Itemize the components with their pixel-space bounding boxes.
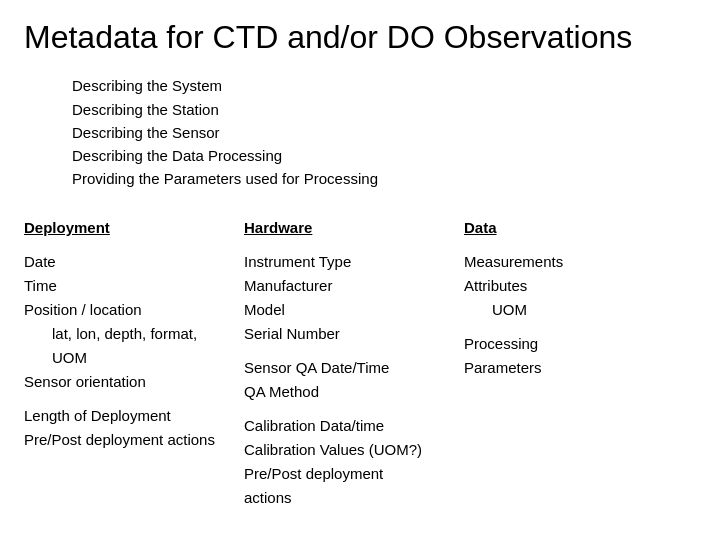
list-item: Measurements: [464, 250, 644, 274]
list-item: Date: [24, 250, 224, 274]
list-item: Sensor orientation: [24, 370, 224, 394]
list-item: QA Method: [244, 380, 444, 404]
deployment-column: Deployment Date Time Position / location…: [24, 219, 244, 452]
data-column: Data Measurements Attributes UOM Process…: [464, 219, 664, 380]
data-items: Measurements Attributes UOM Processing P…: [464, 250, 644, 380]
intro-item: Describing the Sensor: [72, 121, 696, 144]
spacer: [244, 346, 444, 356]
deployment-items: Date Time Position / location lat, lon, …: [24, 250, 224, 452]
list-item: Calibration Data/time: [244, 414, 444, 438]
list-item: Processing: [464, 332, 644, 356]
list-item: Attributes: [464, 274, 644, 298]
list-item: Pre/Post deployment: [244, 462, 444, 486]
list-item: Time: [24, 274, 224, 298]
list-item: Manufacturer: [244, 274, 444, 298]
deployment-header: Deployment: [24, 219, 224, 236]
list-item: UOM: [464, 298, 644, 322]
page-title: Metadata for CTD and/or DO Observations: [24, 18, 696, 56]
list-item: Instrument Type: [244, 250, 444, 274]
intro-item: Providing the Parameters used for Proces…: [72, 167, 696, 190]
spacer: [244, 404, 444, 414]
spacer: [24, 394, 224, 404]
list-item: Calibration Values (UOM?): [244, 438, 444, 462]
data-header: Data: [464, 219, 644, 236]
intro-item: Describing the System: [72, 74, 696, 97]
list-item: Pre/Post deployment actions: [24, 428, 224, 452]
intro-item: Describing the Station: [72, 98, 696, 121]
list-item: Sensor QA Date/Time: [244, 356, 444, 380]
list-item: Length of Deployment: [24, 404, 224, 428]
intro-item: Describing the Data Processing: [72, 144, 696, 167]
list-item: Serial Number: [244, 322, 444, 346]
list-item: actions: [244, 486, 444, 510]
list-item: lat, lon, depth, format, UOM: [24, 322, 224, 370]
intro-list: Describing the System Describing the Sta…: [24, 74, 696, 190]
columns-container: Deployment Date Time Position / location…: [24, 219, 696, 510]
list-item: Position / location: [24, 298, 224, 322]
hardware-column: Hardware Instrument Type Manufacturer Mo…: [244, 219, 464, 510]
spacer: [464, 322, 644, 332]
list-item: Parameters: [464, 356, 644, 380]
hardware-header: Hardware: [244, 219, 444, 236]
list-item: Model: [244, 298, 444, 322]
hardware-items: Instrument Type Manufacturer Model Seria…: [244, 250, 444, 510]
